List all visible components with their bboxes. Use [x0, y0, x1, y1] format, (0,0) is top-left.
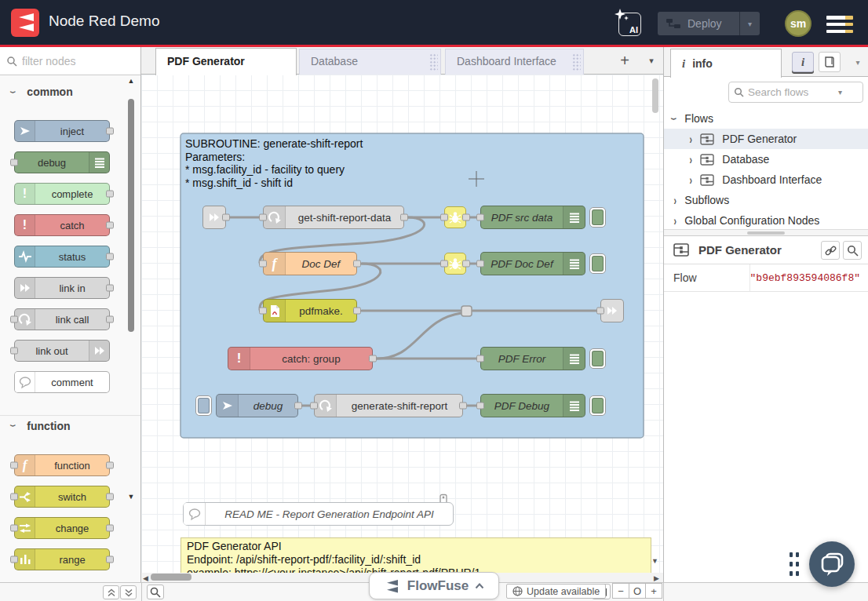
- zoom-out-button[interactable]: −: [612, 583, 629, 599]
- flow-canvas[interactable]: SUBROUTINE: generate-shift-report Parame…: [141, 75, 663, 573]
- workspace-search-button[interactable]: [147, 585, 164, 599]
- palette-node-range[interactable]: range: [14, 548, 110, 570]
- port-in[interactable]: [10, 462, 18, 469]
- node-debug-inject[interactable]: debug: [216, 394, 298, 417]
- port-in[interactable]: [10, 348, 18, 355]
- splitter-grip[interactable]: [747, 231, 785, 235]
- debug-toggle-button[interactable]: [589, 395, 606, 416]
- port-out[interactable]: [106, 462, 114, 469]
- port-out[interactable]: [369, 355, 377, 362]
- node-pdf-debug[interactable]: PDF Debug: [480, 394, 585, 417]
- category-common[interactable]: › common: [0, 82, 126, 102]
- palette-node-switch[interactable]: switch: [14, 486, 110, 508]
- port-out[interactable]: [353, 308, 361, 315]
- node-doc-def[interactable]: f Doc Def: [263, 252, 357, 275]
- flowfuse-panel-button[interactable]: FlowFuse: [369, 572, 499, 599]
- chat-drag-handle[interactable]: [788, 550, 799, 577]
- tab-pdf-generator[interactable]: PDF Generator: [155, 48, 297, 75]
- api-info-note[interactable]: PDF Generator API Endpoint: /api/shift-r…: [181, 537, 651, 573]
- port-in[interactable]: [476, 355, 484, 362]
- add-flow-button[interactable]: +: [612, 47, 637, 75]
- canvas-vscrollbar[interactable]: [652, 78, 658, 113]
- port-out[interactable]: [106, 316, 114, 323]
- palette-node-status[interactable]: status: [14, 246, 110, 268]
- chat-button[interactable]: [809, 541, 855, 587]
- search-flow-button[interactable]: [843, 241, 862, 260]
- palette-node-link-out[interactable]: link out: [14, 340, 110, 362]
- port-in[interactable]: [10, 316, 18, 323]
- port-in[interactable]: [476, 214, 484, 221]
- palette-node-link-in[interactable]: link in: [14, 277, 110, 299]
- palette-node-complete[interactable]: ! complete: [14, 183, 110, 205]
- tab-dashboard-interface[interactable]: Dashboard Interface: [445, 49, 584, 75]
- node-pdf-src-data[interactable]: PDF src data: [480, 206, 585, 229]
- palette-node-function[interactable]: f function: [14, 454, 110, 476]
- port-out[interactable]: [106, 285, 114, 292]
- zoom-in-button[interactable]: +: [645, 583, 662, 599]
- port-out[interactable]: [106, 128, 114, 135]
- tree-flow-pdf-generator[interactable]: › PDF Generator: [664, 129, 868, 149]
- port-out[interactable]: [294, 402, 302, 410]
- palette-scroll-up-icon[interactable]: ▲: [126, 77, 137, 85]
- tree-subflows[interactable]: › Subflows: [664, 190, 868, 210]
- palette-scrollbar[interactable]: [128, 99, 134, 332]
- node-generate-shift-report[interactable]: generate-shift-report: [314, 394, 463, 417]
- node-get-shift-report-data[interactable]: get-shift-report-data: [263, 206, 404, 229]
- inject-button[interactable]: [195, 395, 212, 416]
- sidebar-info-button[interactable]: i: [792, 52, 814, 72]
- palette-scroll-down-icon[interactable]: ▼: [126, 493, 137, 501]
- canvas-scroll-down-icon[interactable]: ▼: [651, 557, 658, 565]
- port-out[interactable]: [106, 525, 114, 532]
- port-in[interactable]: [10, 525, 18, 532]
- palette-filter[interactable]: [0, 47, 140, 75]
- palette-node-change[interactable]: change: [14, 517, 110, 539]
- palette-node-comment[interactable]: comment: [14, 371, 110, 393]
- port-in[interactable]: [10, 556, 18, 563]
- junction-node[interactable]: [461, 306, 472, 316]
- node-link-in[interactable]: [202, 206, 226, 229]
- palette-collapse-all-button[interactable]: [103, 585, 119, 599]
- filter-nodes-input[interactable]: [22, 55, 124, 67]
- tree-global-config[interactable]: › Global Configuration Nodes: [664, 210, 868, 231]
- tab-database[interactable]: Database: [299, 49, 441, 75]
- flow-list-caret[interactable]: ▾: [642, 47, 661, 75]
- node-pdf-error[interactable]: PDF Error: [480, 347, 585, 370]
- sidebar-splitter[interactable]: [664, 229, 868, 236]
- palette-node-link-call[interactable]: link call: [14, 308, 110, 330]
- port-out[interactable]: [106, 222, 114, 229]
- debug-toggle-button[interactable]: [589, 253, 606, 274]
- node-link-out[interactable]: [600, 299, 624, 322]
- tab-info[interactable]: i info: [670, 49, 782, 78]
- node-debug-breakpoint-2[interactable]: [444, 253, 466, 275]
- copy-link-button[interactable]: [821, 241, 840, 260]
- main-menu-icon[interactable]: [826, 15, 853, 34]
- port-in[interactable]: [476, 260, 484, 268]
- port-out[interactable]: [222, 214, 230, 221]
- port-in[interactable]: [259, 260, 267, 268]
- deploy-options-caret[interactable]: ▾: [739, 12, 760, 35]
- port-out[interactable]: [106, 556, 114, 563]
- avatar[interactable]: sm: [785, 10, 811, 37]
- port-out[interactable]: [106, 494, 114, 501]
- port-in[interactable]: [440, 260, 448, 268]
- palette-node-catch[interactable]: ! catch: [14, 214, 110, 236]
- sidebar-help-button[interactable]: [819, 52, 841, 72]
- debug-toggle-button[interactable]: [589, 207, 606, 228]
- port-out[interactable]: [106, 191, 114, 198]
- search-flows-input[interactable]: [748, 86, 834, 98]
- tree-flow-database[interactable]: › Database: [664, 149, 868, 169]
- port-in[interactable]: [10, 494, 18, 501]
- canvas-hscroll-thumb[interactable]: [151, 574, 191, 581]
- palette-node-debug[interactable]: debug: [14, 151, 110, 173]
- category-function[interactable]: › function: [0, 415, 140, 435]
- port-in[interactable]: [596, 308, 604, 315]
- tree-flow-dashboard-interface[interactable]: › Dashboard Interface: [664, 169, 868, 190]
- tree-flows[interactable]: › Flows: [664, 108, 868, 129]
- node-comment-readme[interactable]: READ ME - Report Generation Endpoint API: [183, 502, 454, 526]
- port-in[interactable]: [259, 214, 267, 221]
- node-debug-breakpoint-1[interactable]: [444, 206, 466, 228]
- port-out[interactable]: [400, 214, 408, 221]
- debug-toggle-button[interactable]: [589, 348, 606, 369]
- node-catch-group[interactable]: ! catch: group: [228, 347, 373, 370]
- port-out[interactable]: [353, 260, 361, 268]
